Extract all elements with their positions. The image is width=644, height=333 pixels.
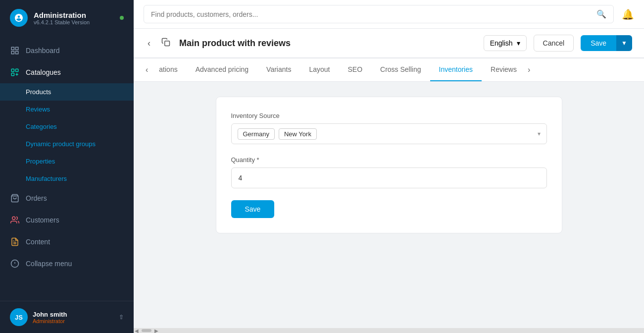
tab-layout[interactable]: Layout (300, 58, 339, 81)
sidebar-nav: Dashboard Catalogues Products Reviews Ca… (0, 36, 134, 301)
search-bar[interactable]: 🔍 (144, 5, 614, 23)
sidebar-sub-item-dynamic-groups[interactable]: Dynamic product groups (0, 135, 134, 153)
products-label: Products (26, 88, 51, 96)
tab-advanced-pricing[interactable]: Advanced pricing (187, 58, 257, 81)
user-role: Administrator (33, 318, 114, 324)
svg-point-8 (12, 217, 15, 220)
customers-icon (10, 215, 20, 225)
user-name: John smith (33, 311, 114, 318)
user-avatar: JS (10, 308, 28, 326)
save-button-group: Save ▼ (581, 35, 632, 51)
customers-label: Customers (26, 216, 59, 224)
inventory-form-card: Inventory Source Germany New York ▾ Quan… (216, 97, 562, 233)
dashboard-label: Dashboard (26, 47, 60, 55)
select-chevron-icon: ▾ (538, 130, 541, 137)
tab-scroll-right-button[interactable]: › (526, 59, 532, 80)
app-version: v6.4.2.1 Stable Version (34, 19, 90, 25)
language-chevron-icon: ▾ (517, 39, 520, 47)
tag-germany: Germany (238, 128, 275, 140)
tab-reviews[interactable]: Reviews (482, 58, 526, 81)
copy-button[interactable] (159, 36, 172, 51)
svg-rect-6 (11, 73, 14, 76)
sidebar-item-dashboard[interactable]: Dashboard (0, 40, 134, 61)
quantity-group: Quantity * (231, 156, 547, 188)
sidebar-item-catalogues[interactable]: Catalogues (0, 61, 134, 83)
product-title: Main product with reviews (179, 38, 477, 49)
page-content: Inventory Source Germany New York ▾ Quan… (134, 82, 644, 328)
tab-ations[interactable]: ations (150, 58, 186, 81)
product-header: ‹ Main product with reviews English ▾ Ca… (134, 29, 644, 58)
sidebar-sub-item-categories[interactable]: Categories (0, 118, 134, 135)
sidebar-sub-item-reviews[interactable]: Reviews (0, 101, 134, 118)
collapse-label: Collapse menu (26, 260, 72, 268)
dashboard-icon (10, 46, 20, 56)
quantity-input[interactable] (231, 167, 547, 188)
tab-scroll-left-button[interactable]: ‹ (144, 59, 150, 80)
form-save-button[interactable]: Save (231, 200, 275, 218)
scroll-right-arrow[interactable]: ▶ (153, 328, 159, 333)
orders-label: Orders (26, 194, 47, 202)
properties-label: Properties (26, 158, 55, 165)
content-label: Content (26, 238, 50, 246)
app-name: Administration v6.4.2.1 Stable Version (34, 11, 90, 25)
user-menu-chevron[interactable]: ⇧ (119, 314, 124, 321)
svg-rect-1 (16, 47, 18, 50)
scrollbar-thumb[interactable] (142, 329, 151, 332)
save-dropdown-button[interactable]: ▼ (616, 35, 632, 51)
sidebar-item-content[interactable]: Content (0, 231, 134, 253)
quantity-label: Quantity * (231, 156, 547, 164)
svg-rect-0 (11, 47, 14, 50)
app-title: Administration (34, 11, 90, 19)
app-logo (10, 9, 28, 27)
back-button[interactable]: ‹ (146, 36, 152, 51)
main-content: 🔍 🔔 ‹ Main product with reviews English … (134, 0, 644, 333)
sidebar: Administration v6.4.2.1 Stable Version D… (0, 0, 134, 333)
sidebar-header: Administration v6.4.2.1 Stable Version (0, 0, 134, 36)
language-value: English (490, 39, 513, 47)
sidebar-sub-item-products[interactable]: Products (0, 83, 134, 101)
tab-seo[interactable]: SEO (339, 58, 371, 81)
status-dot (120, 16, 124, 20)
tab-cross-selling[interactable]: Cross Selling (371, 58, 430, 81)
inventory-source-group: Inventory Source Germany New York ▾ (231, 112, 547, 144)
dynamic-groups-label: Dynamic product groups (26, 140, 96, 148)
notification-bell-icon[interactable]: 🔔 (622, 8, 634, 20)
svg-rect-14 (165, 41, 170, 46)
inventory-source-select[interactable]: Germany New York ▾ (231, 123, 547, 144)
tab-inventories[interactable]: Inventories (430, 58, 482, 81)
sidebar-item-orders[interactable]: Orders (0, 187, 134, 209)
tab-variants[interactable]: Variants (257, 58, 300, 81)
cancel-button[interactable]: Cancel (534, 35, 574, 52)
sidebar-footer: JS John smith Administrator ⇧ (0, 301, 134, 333)
collapse-icon (10, 259, 20, 269)
user-info: John smith Administrator (33, 311, 114, 324)
manufacturers-label: Manufacturers (26, 175, 67, 182)
catalogues-label: Catalogues (26, 68, 61, 76)
search-icon: 🔍 (596, 9, 606, 19)
svg-rect-4 (11, 69, 14, 71)
content-icon (10, 237, 20, 247)
inventory-source-label: Inventory Source (231, 112, 547, 119)
svg-rect-2 (11, 52, 14, 54)
topbar: 🔍 🔔 (134, 0, 644, 29)
svg-rect-3 (16, 52, 18, 54)
sidebar-item-collapse[interactable]: Collapse menu (0, 253, 134, 275)
language-selector[interactable]: English ▾ (484, 35, 527, 51)
tabs-bar: ‹ ations Advanced pricing Variants Layou… (134, 58, 644, 82)
tag-new-york: New York (279, 128, 317, 140)
svg-rect-5 (16, 69, 18, 71)
save-button[interactable]: Save (581, 35, 616, 51)
search-input[interactable] (151, 10, 593, 18)
horizontal-scrollbar[interactable]: ◀ ▶ (134, 328, 644, 333)
sidebar-item-customers[interactable]: Customers (0, 209, 134, 231)
catalogues-icon (10, 67, 20, 77)
orders-icon (10, 193, 20, 203)
sidebar-sub-item-manufacturers[interactable]: Manufacturers (0, 170, 134, 187)
scroll-left-arrow[interactable]: ◀ (134, 328, 140, 333)
reviews-label: Reviews (26, 106, 50, 113)
sidebar-sub-item-properties[interactable]: Properties (0, 153, 134, 170)
categories-label: Categories (26, 123, 57, 130)
